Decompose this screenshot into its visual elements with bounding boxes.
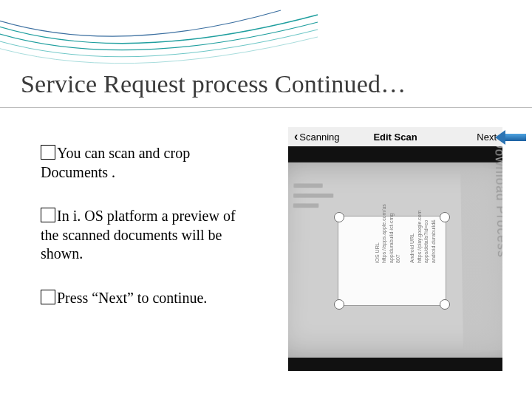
- back-button[interactable]: ‹ Scanning: [294, 130, 340, 143]
- scan-viewport: iOS URL https://apps.apple.com/us app/du…: [288, 146, 502, 371]
- crop-handle-bottom-left[interactable]: [334, 299, 344, 310]
- next-button[interactable]: Next: [477, 132, 497, 143]
- title-underline: [0, 107, 532, 108]
- bullet-item: In i. OS platform a preview of the scann…: [41, 207, 248, 264]
- doc-thumbnail-lines: [293, 183, 344, 214]
- back-label: Scanning: [299, 132, 339, 143]
- callout-arrow-icon: [497, 132, 526, 143]
- phone-screenshot: ‹ Scanning Edit Scan Next iOS URL https:…: [288, 127, 502, 371]
- crop-rectangle[interactable]: iOS URL https://apps.apple.com/us app/du…: [338, 216, 446, 305]
- bullet-item: Press “Next” to continue.: [41, 289, 248, 308]
- bullet-glyph-icon: [41, 145, 55, 160]
- crop-handle-top-left[interactable]: [334, 212, 344, 222]
- bullet-item: You can scan and crop Documents .: [41, 144, 248, 182]
- bullet-glyph-icon: [41, 208, 55, 222]
- crop-handle-top-right[interactable]: [440, 212, 450, 222]
- bullet-list: You can scan and crop Documents . In i. …: [41, 144, 248, 333]
- slide: Service Request process Continued… You c…: [0, 0, 532, 399]
- crop-handle-bottom-right[interactable]: [440, 299, 450, 310]
- bullet-glyph-icon: [41, 290, 55, 304]
- bullet-text: In i. OS platform a preview of the scann…: [41, 208, 236, 262]
- chevron-left-icon: ‹: [294, 130, 298, 143]
- phone-nav-bar: ‹ Scanning Edit Scan Next: [288, 127, 502, 146]
- slide-title: Service Request process Continued…: [21, 70, 406, 98]
- bullet-text: Press “Next” to continue.: [57, 290, 207, 306]
- bullet-text: You can scan and crop Documents .: [41, 145, 190, 180]
- crop-preview-text: iOS URL https://apps.apple.com/us app/du…: [374, 168, 437, 263]
